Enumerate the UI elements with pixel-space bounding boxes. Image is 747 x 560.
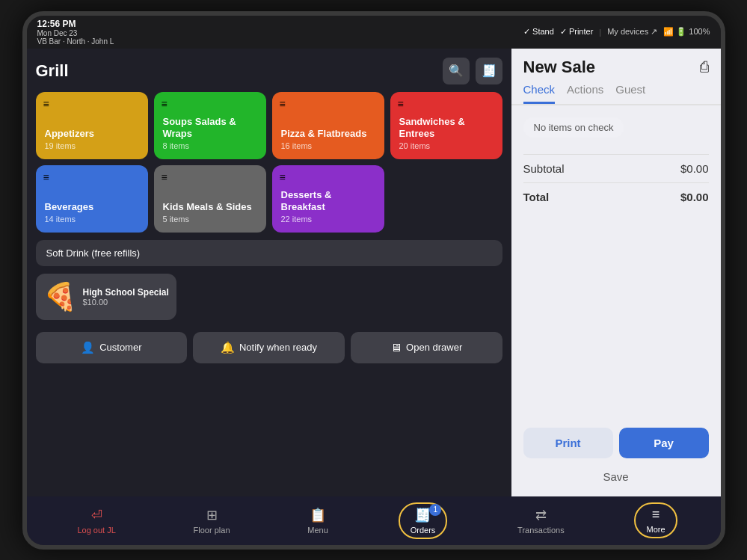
appetizers-icon: ≡: [43, 98, 49, 110]
logout-icon: ⏎: [91, 507, 102, 523]
beverages-count: 14 items: [45, 215, 139, 224]
kids-icon: ≡: [162, 171, 167, 183]
status-bar: 12:56 PM Mon Dec 23 VB Bar · North · Joh…: [27, 16, 721, 49]
status-location: VB Bar · North · John L: [37, 37, 114, 46]
pay-section: Print Pay Save: [511, 420, 721, 496]
search-button[interactable]: 🔍: [443, 58, 470, 84]
special-tile[interactable]: 🍕 High School Special $10.00: [36, 274, 176, 320]
save-button[interactable]: Save: [523, 464, 709, 489]
tablet-frame: 12:56 PM Mon Dec 23 VB Bar · North · Joh…: [22, 11, 725, 550]
check-tabs: Check Actions Guest: [511, 77, 721, 105]
divider-top: [523, 154, 709, 155]
check-area: No items on check Subtotal $0.00 Total $…: [511, 105, 721, 420]
left-header: Grill 🔍 🧾: [36, 58, 502, 84]
open-drawer-button[interactable]: 🖥 Open drawer: [351, 332, 502, 363]
notify-icon: 🔔: [221, 341, 235, 354]
appetizers-name: Appetizers: [45, 128, 139, 140]
special-price: $10.00: [83, 298, 169, 307]
desserts-name: Desserts & Breakfast: [281, 189, 375, 212]
soups-icon: ≡: [162, 98, 167, 110]
subtotal-row: Subtotal $0.00: [523, 158, 709, 179]
status-left: 12:56 PM Mon Dec 23 VB Bar · North · Joh…: [37, 19, 114, 46]
nav-transactions[interactable]: ⇄ Transactions: [510, 504, 572, 538]
print-button[interactable]: Print: [523, 428, 613, 458]
kids-name: Kids Meals & Sides: [163, 201, 257, 213]
sandwiches-icon: ≡: [398, 98, 404, 110]
battery-status: 📶 🔋 100%: [663, 27, 710, 37]
tile-kids[interactable]: ≡ Kids Meals & Sides 5 items: [154, 165, 266, 233]
orders-icon: 🧾: [414, 507, 431, 523]
desserts-icon: ≡: [280, 171, 286, 183]
tile-soups[interactable]: ≡ Soups Salads & Wraps 8 items: [154, 92, 266, 159]
nav-orders[interactable]: 1 🧾 Orders: [399, 502, 448, 539]
bottom-actions: 👤 Customer 🔔 Notify when ready 🖥 Open dr…: [36, 327, 502, 365]
orders-badge: 1: [429, 504, 441, 516]
pizza-icon: ≡: [280, 98, 286, 110]
printer-status: ✓ Printer: [560, 27, 593, 37]
total-value: $0.00: [680, 191, 709, 203]
sandwiches-name: Sandwiches & Entrees: [399, 116, 494, 139]
receipt-icon[interactable]: ⎙: [700, 58, 709, 76]
header-icons: 🔍 🧾: [443, 58, 502, 84]
pay-top: Print Pay: [523, 428, 709, 458]
subtotal-label: Subtotal: [523, 162, 565, 175]
beverages-icon: ≡: [43, 171, 49, 183]
drawer-label: Open drawer: [406, 342, 462, 353]
soft-drink-item[interactable]: Soft Drink (free refills): [36, 240, 502, 266]
nav-menu[interactable]: 📋 Menu: [300, 504, 336, 538]
tile-sandwiches[interactable]: ≡ Sandwiches & Entrees 20 items: [390, 92, 502, 159]
subtotal-value: $0.00: [680, 162, 709, 175]
my-devices-link[interactable]: My devices ↗: [607, 27, 657, 37]
floorplan-icon: ⊞: [206, 507, 218, 523]
drawer-icon: 🖥: [390, 341, 402, 354]
nav-more[interactable]: ≡ More: [634, 502, 677, 538]
right-header: New Sale ⎙: [511, 49, 721, 77]
no-items-badge: No items on check: [523, 117, 624, 138]
pizza-name: Pizza & Flatbreads: [281, 128, 375, 140]
status-date: Mon Dec 23: [37, 29, 114, 37]
tab-check[interactable]: Check: [523, 83, 556, 104]
stand-status: ✓ Stand: [523, 27, 554, 37]
menu-grid: ≡ Appetizers 19 items ≡ Soups Salads & W…: [36, 92, 502, 233]
total-row: Total $0.00: [523, 186, 709, 208]
customer-label: Customer: [99, 342, 141, 353]
menu-icon: 📋: [310, 507, 326, 523]
tile-appetizers[interactable]: ≡ Appetizers 19 items: [36, 92, 148, 159]
status-time: 12:56 PM: [37, 19, 114, 29]
receipt-button[interactable]: 🧾: [476, 58, 502, 84]
right-panel: New Sale ⎙ Check Actions Guest No items …: [511, 49, 721, 496]
main-content: Grill 🔍 🧾 ≡ Appetizers 19 items ≡ Soups …: [27, 49, 721, 496]
divider-mid: [523, 182, 709, 183]
nav-floorplan[interactable]: ⊞ Floor plan: [186, 504, 238, 538]
bottom-nav: ⏎ Log out JL ⊞ Floor plan 📋 Menu 1 🧾 Ord…: [27, 496, 721, 545]
notify-button[interactable]: 🔔 Notify when ready: [193, 332, 345, 363]
totals-section: Subtotal $0.00 Total $0.00: [523, 151, 709, 208]
new-sale-title: New Sale: [523, 58, 596, 77]
more-icon: ≡: [652, 507, 660, 523]
notify-label: Notify when ready: [239, 342, 317, 353]
tile-pizza[interactable]: ≡ Pizza & Flatbreads 16 items: [272, 92, 384, 159]
total-label: Total: [523, 191, 550, 203]
left-panel: Grill 🔍 🧾 ≡ Appetizers 19 items ≡ Soups …: [27, 49, 511, 496]
customer-button[interactable]: 👤 Customer: [36, 332, 188, 363]
customer-icon: 👤: [81, 341, 95, 354]
soups-name: Soups Salads & Wraps: [163, 116, 257, 139]
specials-row: 🍕 High School Special $10.00: [36, 274, 502, 320]
spacer: [523, 215, 709, 408]
beverages-name: Beverages: [45, 201, 139, 213]
desserts-count: 22 items: [281, 215, 375, 224]
kids-count: 5 items: [163, 215, 257, 224]
pay-button[interactable]: Pay: [619, 428, 709, 458]
transactions-icon: ⇄: [535, 507, 547, 523]
tile-desserts[interactable]: ≡ Desserts & Breakfast 22 items: [272, 165, 384, 233]
nav-logout[interactable]: ⏎ Log out JL: [70, 504, 123, 538]
soups-count: 8 items: [163, 141, 257, 150]
tile-beverages[interactable]: ≡ Beverages 14 items: [36, 165, 148, 233]
tab-guest[interactable]: Guest: [615, 83, 645, 104]
special-name: High School Special: [83, 287, 169, 298]
status-right: ✓ Stand ✓ Printer | My devices ↗ 📶 🔋 100…: [523, 27, 710, 37]
special-emoji: 🍕: [43, 281, 77, 313]
appetizers-count: 19 items: [45, 141, 139, 150]
tab-actions[interactable]: Actions: [567, 83, 603, 104]
pizza-count: 16 items: [281, 141, 375, 150]
